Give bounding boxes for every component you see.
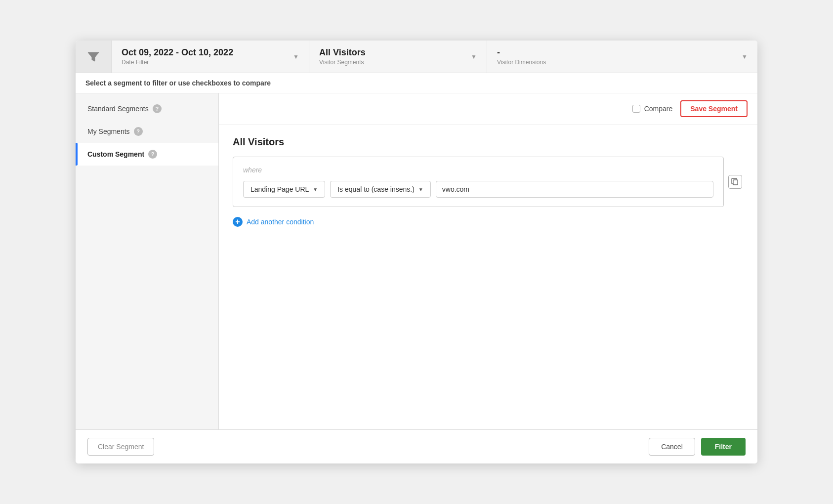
visitor-segments-sub: Visitor Segments [319, 59, 465, 66]
date-filter-sub: Date Filter [122, 59, 287, 66]
add-condition-button[interactable]: + Add another condition [233, 217, 744, 227]
footer-right: Cancel Filter [649, 438, 746, 456]
copy-icon [731, 178, 739, 186]
visitor-dimensions-sub: Visitor Dimensions [497, 59, 736, 66]
sidebar-item-custom-segment[interactable]: Custom Segment ? [76, 143, 218, 166]
compare-area: Compare [632, 105, 673, 113]
visitor-dimensions-chevron: ▼ [742, 53, 748, 60]
sidebar-item-my-label: My Segments [87, 127, 130, 135]
condition-row: Landing Page URL ▼ Is equal to (case ins… [243, 181, 713, 198]
visitor-dimensions-section[interactable]: - Visitor Dimensions ▼ [487, 41, 757, 73]
visitor-segments-chevron: ▼ [471, 53, 477, 60]
main-content: Standard Segments ? My Segments ? Custom… [76, 93, 757, 429]
compare-checkbox[interactable] [632, 105, 640, 113]
save-segment-button[interactable]: Save Segment [680, 100, 748, 117]
footer: Clear Segment Cancel Filter [76, 429, 757, 463]
right-panel-toolbar: Compare Save Segment [219, 93, 757, 125]
visitor-dimensions-content: - Visitor Dimensions [497, 47, 736, 66]
sidebar-item-my-segments[interactable]: My Segments ? [76, 120, 218, 143]
filter-bar: Oct 09, 2022 - Oct 10, 2022 Date Filter … [76, 41, 757, 73]
date-filter-main: Oct 09, 2022 - Oct 10, 2022 [122, 47, 287, 58]
svg-rect-0 [733, 180, 738, 185]
condition-value-input[interactable] [436, 181, 713, 198]
sidebar-item-custom-label: Custom Segment [87, 150, 144, 158]
standard-segments-help-icon[interactable]: ? [153, 104, 162, 113]
visitor-dimensions-main: - [497, 47, 736, 58]
my-segments-help-icon[interactable]: ? [134, 127, 143, 136]
sidebar-item-standard-segments[interactable]: Standard Segments ? [76, 97, 218, 120]
segment-builder: All Visitors where Landing Page URL ▼ Is… [219, 125, 757, 429]
visitor-segments-main: All Visitors [319, 47, 465, 58]
operator-dropdown-arrow: ▼ [418, 187, 423, 192]
copy-condition-button[interactable] [728, 175, 742, 189]
visitor-segments-content: All Visitors Visitor Segments [319, 47, 465, 66]
modal-container: Oct 09, 2022 - Oct 10, 2022 Date Filter … [76, 41, 757, 463]
right-panel: Compare Save Segment All Visitors where … [219, 93, 757, 429]
operator-dropdown-label: Is equal to (case insens.) [337, 185, 415, 193]
field-dropdown-label: Landing Page URL [250, 185, 309, 193]
filter-button[interactable]: Filter [701, 438, 746, 456]
date-filter-content: Oct 09, 2022 - Oct 10, 2022 Date Filter [122, 47, 287, 66]
add-condition-label: Add another condition [247, 218, 314, 226]
date-filter-section[interactable]: Oct 09, 2022 - Oct 10, 2022 Date Filter … [112, 41, 309, 73]
sidebar: Standard Segments ? My Segments ? Custom… [76, 93, 219, 429]
compare-label: Compare [644, 105, 673, 113]
visitor-segments-section[interactable]: All Visitors Visitor Segments ▼ [309, 41, 487, 73]
info-bar: Select a segment to filter or use checkb… [76, 73, 757, 93]
field-dropdown[interactable]: Landing Page URL ▼ [243, 181, 325, 198]
clear-segment-button[interactable]: Clear Segment [87, 438, 154, 456]
sidebar-item-standard-label: Standard Segments [87, 105, 149, 113]
add-condition-icon: + [233, 217, 243, 227]
segment-title: All Visitors [233, 136, 744, 148]
field-dropdown-arrow: ▼ [313, 187, 318, 192]
cancel-button[interactable]: Cancel [649, 438, 695, 456]
operator-dropdown[interactable]: Is equal to (case insens.) ▼ [330, 181, 431, 198]
funnel-icon [86, 50, 100, 64]
info-bar-text: Select a segment to filter or use checkb… [85, 79, 271, 87]
date-filter-chevron: ▼ [293, 53, 299, 60]
condition-box: where Landing Page URL ▼ Is equal to (ca… [233, 157, 724, 207]
custom-segment-help-icon[interactable]: ? [148, 150, 157, 159]
where-label: where [243, 166, 713, 174]
filter-icon-cell [76, 41, 112, 73]
